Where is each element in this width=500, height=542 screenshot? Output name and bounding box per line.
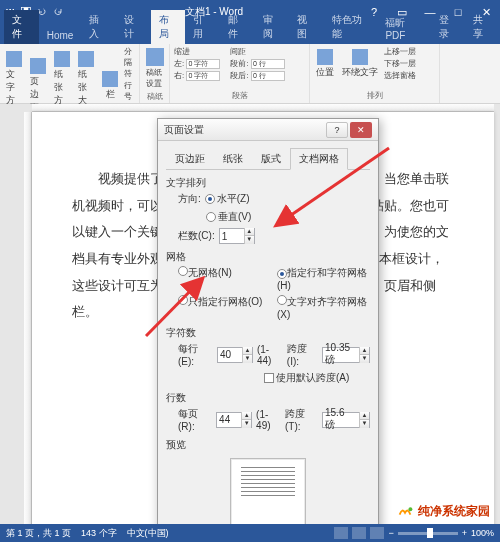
lines-per-page-label: 每页(R): xyxy=(178,407,212,432)
radio-align-chars[interactable]: 文字对齐字符网格(X) xyxy=(277,295,370,320)
dialog-tab-paper[interactable]: 纸张 xyxy=(214,148,252,170)
radio-icon xyxy=(206,212,216,222)
char-pitch-label: 跨度(I): xyxy=(287,342,318,367)
columns-count-label: 栏数(C): xyxy=(178,229,215,243)
spacing-heading: 间距 xyxy=(230,46,284,57)
direction-label: 方向: xyxy=(178,192,201,206)
paper-settings-label: 稿纸设置 xyxy=(146,67,163,89)
chars-range: (1-44) xyxy=(257,344,283,366)
share-button[interactable]: 共享 xyxy=(465,10,500,44)
spacing-before-input[interactable]: 0 行 xyxy=(251,59,285,69)
radio-no-grid[interactable]: 无网格(N) xyxy=(178,266,271,291)
tab-foxit[interactable]: 福昕PDF xyxy=(377,13,430,44)
tab-review[interactable]: 审阅 xyxy=(255,10,290,44)
char-pitch-input[interactable]: 10.35 磅▲▼ xyxy=(322,347,370,363)
breaks-button[interactable]: 分隔符 xyxy=(124,46,135,79)
dialog-tab-layout[interactable]: 版式 xyxy=(252,148,290,170)
indent-left-input[interactable]: 0 字符 xyxy=(186,59,220,69)
zoom-slider[interactable] xyxy=(398,532,458,535)
group-paper: 稿纸 xyxy=(144,91,165,102)
dialog-titlebar[interactable]: 页面设置 ? ✕ xyxy=(158,119,378,141)
send-backward-button[interactable]: 下移一层 xyxy=(384,58,416,69)
print-layout-icon[interactable] xyxy=(352,527,366,539)
checkbox-icon xyxy=(264,373,274,383)
radio-lines-chars[interactable]: 指定行和字符网格(H) xyxy=(277,266,370,291)
spin-down-icon[interactable]: ▼ xyxy=(360,420,369,428)
paper-settings-button[interactable]: 稿纸设置 xyxy=(144,46,165,91)
columns-count-input[interactable]: 1▲▼ xyxy=(219,228,255,244)
tab-layout[interactable]: 布局 xyxy=(151,10,186,44)
spin-down-icon[interactable]: ▼ xyxy=(245,236,254,244)
spin-up-icon[interactable]: ▲ xyxy=(245,228,254,236)
redo-icon[interactable] xyxy=(52,6,64,18)
radio-icon xyxy=(178,295,188,305)
zoom-level[interactable]: 100% xyxy=(471,528,494,538)
radio-lines-only[interactable]: 只指定行网格(O) xyxy=(178,295,271,320)
page-setup-dialog: 页面设置 ? ✕ 页边距 纸张 版式 文档网格 文字排列 方向: 水平(Z) 垂… xyxy=(157,118,379,542)
spin-down-icon[interactable]: ▼ xyxy=(360,355,369,363)
tab-mailings[interactable]: 邮件 xyxy=(220,10,255,44)
svg-point-6 xyxy=(408,507,412,511)
watermark-text: 纯净系统家园 xyxy=(418,503,490,520)
wrap-text-button[interactable]: 环绕文字 xyxy=(340,47,380,81)
bring-forward-button[interactable]: 上移一层 xyxy=(384,46,416,57)
dialog-tab-margins[interactable]: 页边距 xyxy=(166,148,214,170)
ruler-horizontal[interactable] xyxy=(32,104,494,112)
indent-left-label: 左 xyxy=(174,59,182,68)
tab-references[interactable]: 引用 xyxy=(185,10,220,44)
tab-file[interactable]: 文件 xyxy=(4,10,39,44)
status-language[interactable]: 中文(中国) xyxy=(127,527,169,540)
spin-down-icon[interactable]: ▼ xyxy=(242,420,251,428)
login-label[interactable]: 登录 xyxy=(431,10,466,44)
spin-up-icon[interactable]: ▲ xyxy=(242,412,251,420)
line-pitch-input[interactable]: 15.6 磅▲▼ xyxy=(322,412,370,428)
status-words[interactable]: 143 个字 xyxy=(81,527,117,540)
tab-view[interactable]: 视图 xyxy=(289,10,324,44)
status-bar: 第 1 页，共 1 页 143 个字 中文(中国) − + 100% xyxy=(0,524,500,542)
ribbon-tabs: 文件 Home 插入 设计 布局 引用 邮件 审阅 视图 特色功能 福昕PDF … xyxy=(0,24,500,44)
columns-button[interactable]: 栏 xyxy=(100,69,120,103)
spacing-before-label: 段前 xyxy=(230,59,246,68)
spacing-after-input[interactable]: 0 行 xyxy=(251,71,285,81)
watermark: 纯净系统家园 xyxy=(396,502,490,520)
tab-insert[interactable]: 插入 xyxy=(81,10,116,44)
radio-horizontal[interactable]: 水平(Z) xyxy=(205,192,250,206)
ruler-vertical[interactable] xyxy=(24,112,32,524)
line-numbers-button[interactable]: 行号 xyxy=(124,80,135,102)
dialog-close-button[interactable]: ✕ xyxy=(350,122,372,138)
lines-range: (1-49) xyxy=(256,409,281,431)
watermark-logo-icon xyxy=(396,502,414,520)
selection-pane-button[interactable]: 选择窗格 xyxy=(384,70,416,81)
radio-icon xyxy=(277,295,287,305)
chars-per-line-input[interactable]: 40▲▼ xyxy=(217,347,253,363)
spin-up-icon[interactable]: ▲ xyxy=(360,412,369,420)
radio-icon xyxy=(205,194,215,204)
ribbon: 文字方向 页边距 纸张方向 纸张大小 栏 分隔符 行号 断字 页面设置 稿纸设置… xyxy=(0,44,500,104)
preview-section: 预览 xyxy=(166,438,370,452)
spin-up-icon[interactable]: ▲ xyxy=(360,347,369,355)
spin-up-icon[interactable]: ▲ xyxy=(243,347,252,355)
wrap-label: 环绕文字 xyxy=(342,66,378,79)
read-mode-icon[interactable] xyxy=(334,527,348,539)
web-layout-icon[interactable] xyxy=(370,527,384,539)
line-pitch-label: 跨度(T): xyxy=(285,407,318,432)
status-page[interactable]: 第 1 页，共 1 页 xyxy=(6,527,71,540)
tab-home[interactable]: Home xyxy=(39,27,82,44)
position-button[interactable]: 位置 xyxy=(314,47,336,81)
lines-per-page-input[interactable]: 44▲▼ xyxy=(216,412,252,428)
default-pitch-checkbox[interactable]: 使用默认跨度(A) xyxy=(264,371,349,385)
tab-special[interactable]: 特色功能 xyxy=(324,10,377,44)
group-paragraph: 段落 xyxy=(174,90,305,101)
radio-vertical[interactable]: 垂直(V) xyxy=(206,210,251,224)
radio-icon xyxy=(277,269,287,279)
dialog-tab-grid[interactable]: 文档网格 xyxy=(290,148,348,170)
indent-heading: 缩进 xyxy=(174,46,220,57)
zoom-out-button[interactable]: − xyxy=(388,528,393,538)
indent-right-input[interactable]: 0 字符 xyxy=(186,71,220,81)
zoom-in-button[interactable]: + xyxy=(462,528,467,538)
dialog-help-button[interactable]: ? xyxy=(326,122,348,138)
chars-per-line-label: 每行(E): xyxy=(178,342,213,367)
tab-design[interactable]: 设计 xyxy=(116,10,151,44)
columns-label: 栏 xyxy=(106,88,115,101)
spin-down-icon[interactable]: ▼ xyxy=(243,355,252,363)
